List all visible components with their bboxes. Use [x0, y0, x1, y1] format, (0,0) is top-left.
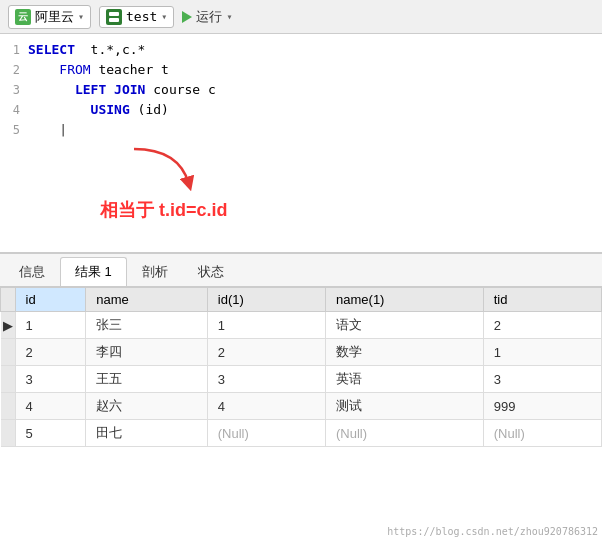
table-cell: 王五 [86, 366, 208, 393]
run-label: 运行 [196, 8, 222, 26]
table-row: 3王五3英语3 [1, 366, 602, 393]
code-editor[interactable]: 1SELECT t.*,c.*2 FROM teacher t3 LEFT JO… [0, 34, 602, 254]
table-row: ▶1张三1语文2 [1, 312, 602, 339]
table-cell: 2 [483, 312, 601, 339]
table-cell: (Null) [207, 420, 325, 447]
run-button[interactable]: 运行 ▾ [182, 8, 232, 26]
table-cell: 5 [15, 420, 86, 447]
table-name-label: test [126, 9, 157, 24]
table-cell: 1 [15, 312, 86, 339]
run-triangle-icon [182, 11, 192, 23]
column-header-name: name [86, 288, 208, 312]
table-cell: 数学 [326, 339, 484, 366]
table-chevron-icon: ▾ [161, 11, 167, 22]
line-content: SELECT t.*,c.* [28, 40, 602, 60]
table-cell: 张三 [86, 312, 208, 339]
table-cell: 3 [15, 366, 86, 393]
row-indicator: ▶ [1, 312, 16, 339]
tab-信息[interactable]: 信息 [4, 257, 60, 286]
table-cell: 李四 [86, 339, 208, 366]
row-indicator [1, 393, 16, 420]
table-cell: (Null) [483, 420, 601, 447]
table-cell: 4 [15, 393, 86, 420]
tab-bar: 信息结果 1剖析状态 [0, 254, 602, 287]
table-row: 2李四2数学1 [1, 339, 602, 366]
line-number: 3 [0, 80, 28, 100]
code-line: 2 FROM teacher t [0, 60, 602, 80]
column-header-id(1): id(1) [207, 288, 325, 312]
line-content: USING (id) [28, 100, 602, 120]
db-name-label: 阿里云 [35, 8, 74, 26]
line-number: 1 [0, 40, 28, 60]
table-cell: 999 [483, 393, 601, 420]
table-selector[interactable]: test ▾ [99, 6, 174, 28]
code-line: 5 [0, 120, 602, 140]
svg-rect-0 [109, 12, 119, 16]
line-content: LEFT JOIN course c [28, 80, 602, 100]
line-number: 5 [0, 120, 28, 140]
row-indicator [1, 420, 16, 447]
result-table: idnameid(1)name(1)tid ▶1张三1语文22李四2数学13王五… [0, 287, 602, 447]
db-icon: 云 [15, 9, 31, 25]
row-indicator-header [1, 288, 16, 312]
table-cell: 3 [483, 366, 601, 393]
line-content: FROM teacher t [28, 60, 602, 80]
annotation-area: 相当于 t.id=c.id [100, 144, 228, 222]
toolbar: 云 阿里云 ▾ test ▾ 运行 ▾ [0, 0, 602, 34]
table-cell: 测试 [326, 393, 484, 420]
table-icon [106, 9, 122, 25]
result-area: idnameid(1)name(1)tid ▶1张三1语文22李四2数学13王五… [0, 287, 602, 447]
code-line: 1SELECT t.*,c.* [0, 40, 602, 60]
tab-结果1[interactable]: 结果 1 [60, 257, 127, 286]
table-row: 4赵六4测试999 [1, 393, 602, 420]
table-cell: 1 [207, 312, 325, 339]
table-cell: 英语 [326, 366, 484, 393]
tab-剖析[interactable]: 剖析 [127, 257, 183, 286]
table-cell: 田七 [86, 420, 208, 447]
row-indicator [1, 339, 16, 366]
table-cell: (Null) [326, 420, 484, 447]
code-line: 3 LEFT JOIN course c [0, 80, 602, 100]
row-indicator [1, 366, 16, 393]
db-chevron-icon: ▾ [78, 11, 84, 22]
tab-状态[interactable]: 状态 [183, 257, 239, 286]
run-chevron-icon: ▾ [226, 11, 232, 22]
table-cell: 语文 [326, 312, 484, 339]
line-content [28, 120, 602, 140]
annotation-text: 相当于 t.id=c.id [100, 198, 228, 222]
line-number: 2 [0, 60, 28, 80]
svg-rect-1 [109, 18, 119, 22]
arrow-icon [124, 144, 204, 194]
column-header-name(1): name(1) [326, 288, 484, 312]
table-cell: 4 [207, 393, 325, 420]
column-header-tid: tid [483, 288, 601, 312]
table-cell: 2 [207, 339, 325, 366]
column-header-id: id [15, 288, 86, 312]
table-row: 5田七(Null)(Null)(Null) [1, 420, 602, 447]
line-number: 4 [0, 100, 28, 120]
table-cell: 赵六 [86, 393, 208, 420]
table-cell: 3 [207, 366, 325, 393]
code-line: 4 USING (id) [0, 100, 602, 120]
table-cell: 2 [15, 339, 86, 366]
db-selector[interactable]: 云 阿里云 ▾ [8, 5, 91, 29]
table-cell: 1 [483, 339, 601, 366]
